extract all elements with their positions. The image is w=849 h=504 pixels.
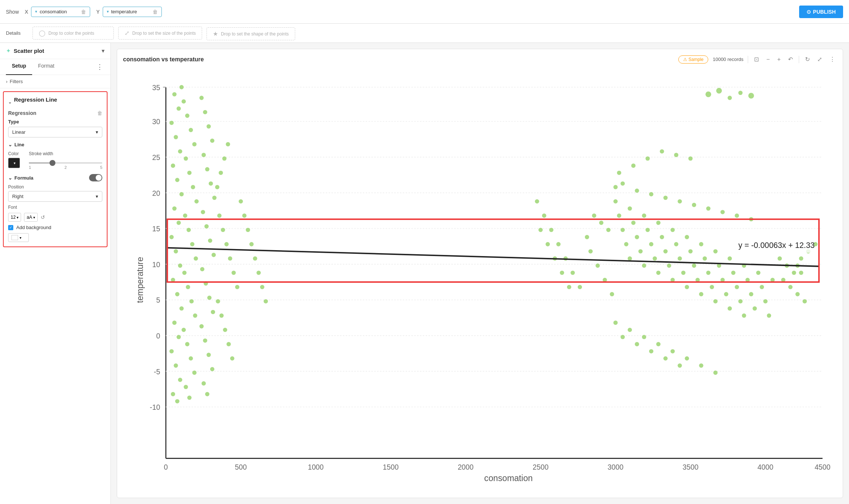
position-dropdown[interactable]: Right ▾ (8, 191, 102, 202)
filters-label: Filters (10, 79, 23, 84)
font-style-chevron-icon: ▾ (33, 215, 35, 219)
drop-shape-zone[interactable]: ★ Drop to set the shape of the points (207, 27, 295, 40)
svg-point-78 (192, 371, 197, 375)
chart-chevron-down-icon[interactable]: ▾ (102, 47, 105, 54)
sample-label: Sample (689, 57, 704, 62)
svg-point-69 (190, 242, 195, 246)
svg-text:2500: 2500 (533, 463, 549, 471)
type-chevron-icon: ▾ (96, 129, 98, 135)
font-size-chevron-icon: ▾ (17, 215, 18, 219)
svg-point-188 (720, 210, 725, 214)
drop-shape-text: Drop to set the shape of the points (221, 31, 289, 37)
add-background-label: Add background (16, 225, 51, 230)
formula-title[interactable]: ⌄ Formula (8, 175, 33, 181)
svg-point-58 (180, 85, 184, 89)
expand-icon[interactable]: ⤢ (816, 55, 824, 64)
y-axis-pill[interactable]: ▾ temperature 🗑 (103, 7, 162, 17)
svg-point-81 (200, 96, 204, 100)
type-label: Type (8, 119, 102, 125)
regression-line-header[interactable]: ⌄ Regression Line (8, 96, 102, 107)
type-dropdown[interactable]: Linear ▾ (8, 127, 102, 137)
svg-point-68 (187, 228, 191, 232)
color-chevron-icon: ▾ (14, 161, 16, 165)
formula-label: Formula (14, 175, 33, 181)
drop-color-zone[interactable]: ◯ Drop to color the points (33, 27, 114, 40)
bg-color-button[interactable]: ▾ (8, 233, 29, 242)
svg-point-80 (187, 395, 192, 400)
svg-point-42 (180, 192, 184, 197)
publish-button[interactable]: ⊙ PUBLISH (799, 6, 843, 18)
svg-text:-10: -10 (150, 403, 160, 411)
svg-point-215 (596, 263, 600, 268)
svg-point-142 (674, 242, 679, 246)
svg-point-193 (642, 335, 647, 339)
svg-point-227 (802, 299, 807, 304)
color-swatch[interactable]: ▾ (8, 158, 20, 168)
x-axis-pill[interactable]: ▾ consomation 🗑 (31, 7, 90, 17)
svg-point-106 (228, 256, 232, 261)
svg-text:-5: -5 (154, 368, 160, 376)
svg-point-129 (656, 221, 661, 225)
formula-toggle[interactable] (89, 174, 102, 181)
tab-bar: Setup Format ⋮ (0, 59, 110, 75)
tab-setup[interactable]: Setup (6, 59, 32, 75)
svg-point-120 (226, 342, 231, 347)
add-background-checkbox[interactable]: ✓ (8, 225, 13, 230)
font-reset-icon[interactable]: ↺ (41, 214, 45, 220)
refresh-icon[interactable]: ↻ (804, 55, 811, 64)
scatter-plot-svg: temperature consomation 35 30 25 20 (123, 68, 837, 492)
svg-point-162 (653, 256, 657, 261)
svg-point-148 (760, 285, 764, 289)
tab-more-icon[interactable]: ⋮ (95, 59, 105, 75)
formula-row: ⌄ Formula (8, 174, 102, 181)
svg-text:1000: 1000 (308, 463, 324, 471)
svg-point-232 (748, 93, 754, 98)
selection-tool-icon[interactable]: ⊡ (753, 55, 760, 64)
zoom-in-icon[interactable]: + (776, 55, 782, 64)
svg-text:15: 15 (152, 225, 160, 233)
details-row: Details ◯ Drop to color the points ⤢ Dro… (0, 24, 849, 43)
bg-color-chevron-icon: ▾ (20, 236, 21, 240)
drop-size-zone[interactable]: ⤢ Drop to set the size of the points (118, 27, 202, 40)
sample-badge: ⚠ Sample (678, 55, 709, 64)
filters-toggle[interactable]: › Filters (6, 79, 105, 84)
svg-point-161 (638, 249, 643, 253)
svg-point-84 (210, 139, 215, 143)
regression-trash-icon[interactable]: 🗑 (97, 110, 102, 116)
font-size-select[interactable]: 12 ▾ (8, 213, 21, 222)
svg-point-182 (635, 188, 639, 193)
svg-point-229 (716, 88, 722, 93)
svg-point-176 (699, 292, 703, 296)
svg-point-127 (628, 207, 632, 211)
svg-point-43 (172, 207, 177, 211)
line-title[interactable]: ⌄ Line (8, 142, 102, 147)
svg-point-64 (187, 171, 192, 175)
type-value: Linear (12, 129, 25, 135)
svg-point-237 (549, 228, 553, 232)
svg-point-143 (688, 249, 693, 253)
svg-point-90 (204, 224, 209, 229)
x-trash-icon[interactable]: 🗑 (81, 9, 86, 15)
undo-icon[interactable]: ↶ (787, 55, 794, 64)
tab-format[interactable]: Format (32, 59, 60, 75)
svg-point-158 (749, 292, 753, 296)
svg-point-59 (181, 99, 186, 104)
x-label: X (25, 9, 28, 15)
svg-text:4500: 4500 (815, 463, 831, 471)
svg-text:0: 0 (156, 332, 160, 340)
svg-point-151 (649, 242, 654, 246)
font-style-select[interactable]: aA ▾ (24, 213, 38, 222)
svg-point-196 (685, 356, 689, 361)
y-trash-icon[interactable]: 🗑 (153, 9, 158, 15)
svg-point-195 (671, 349, 675, 354)
svg-point-218 (778, 256, 782, 261)
add-background-row: ✓ Add background (8, 225, 102, 230)
svg-text:35: 35 (152, 84, 160, 92)
svg-point-155 (706, 270, 710, 275)
color-group: Color ▾ (8, 151, 20, 170)
chart-more-icon[interactable]: ⋮ (828, 55, 837, 64)
stroke-slider[interactable]: 1 2 5 (29, 158, 102, 170)
svg-point-109 (239, 199, 243, 204)
zoom-out-icon[interactable]: − (765, 55, 771, 64)
main-area: ✦ Scatter plot ▾ Setup Format ⋮ › Filter… (0, 43, 849, 504)
